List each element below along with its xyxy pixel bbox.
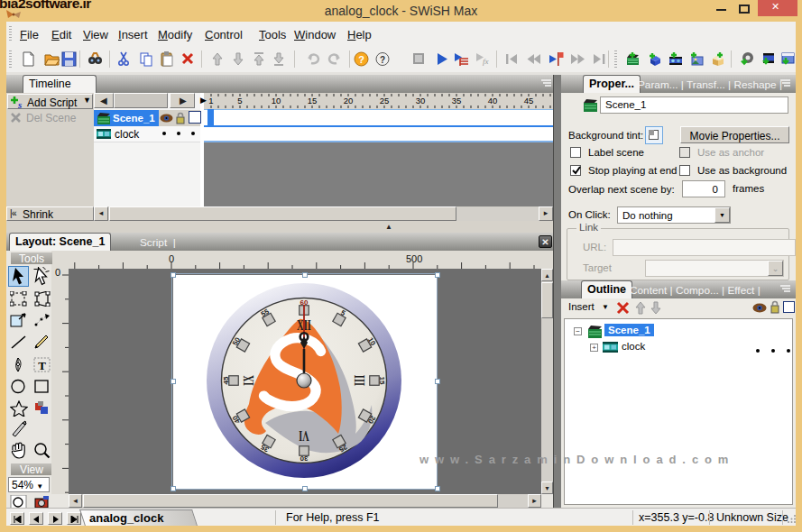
svg-text:?: ? xyxy=(380,55,385,65)
svg-text:fx: fx xyxy=(483,57,489,66)
svg-text:10: 10 xyxy=(272,96,281,105)
svg-text:5: 5 xyxy=(237,96,242,105)
svg-text:25: 25 xyxy=(380,96,390,105)
svg-text:s: s xyxy=(17,99,22,109)
svg-text:T: T xyxy=(38,359,46,372)
svg-text:1: 1 xyxy=(208,96,213,105)
svg-text:?: ? xyxy=(358,54,364,65)
svg-text:20: 20 xyxy=(344,96,354,105)
svg-text:15: 15 xyxy=(308,96,318,105)
svg-text:40: 40 xyxy=(488,96,498,105)
svg-text:30: 30 xyxy=(416,96,426,105)
svg-text:35: 35 xyxy=(452,96,462,105)
svg-text:45: 45 xyxy=(524,96,534,105)
